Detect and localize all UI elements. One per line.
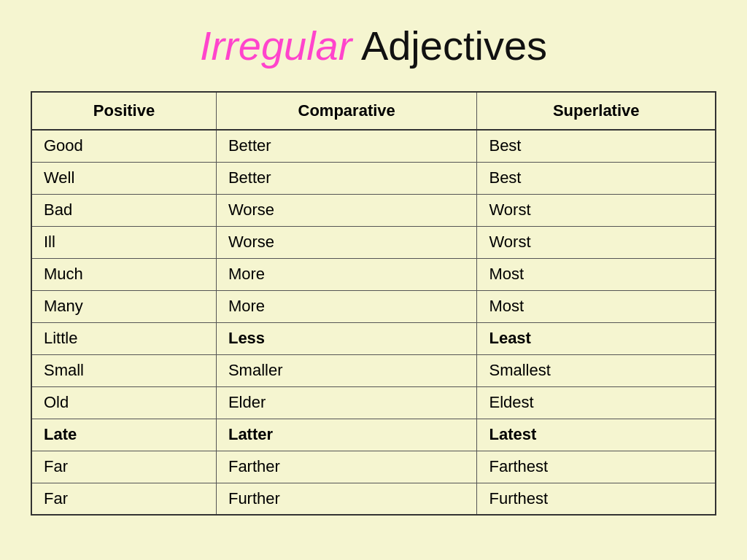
- cell-superlative: Latest: [477, 419, 716, 451]
- table-body: GoodBetterBestWellBetterBestBadWorseWors…: [31, 130, 716, 515]
- cell-positive: Bad: [31, 194, 216, 226]
- cell-superlative: Most: [477, 258, 716, 290]
- cell-superlative: Worst: [477, 194, 716, 226]
- table-row: FarFurtherFurthest: [31, 483, 716, 515]
- table-row: MuchMoreMost: [31, 258, 716, 290]
- header-positive: Positive: [31, 92, 216, 130]
- cell-comparative: More: [216, 290, 477, 322]
- header-comparative: Comparative: [216, 92, 477, 130]
- table-row: OldElderEldest: [31, 386, 716, 419]
- cell-positive: Much: [31, 258, 216, 290]
- cell-positive: Far: [31, 451, 216, 483]
- cell-positive: Small: [31, 354, 216, 386]
- cell-positive: Far: [31, 483, 216, 515]
- cell-comparative: Better: [216, 162, 477, 194]
- cell-positive: Late: [31, 419, 216, 451]
- table-row: GoodBetterBest: [31, 130, 716, 162]
- cell-comparative: Latter: [216, 419, 477, 451]
- cell-comparative: Smaller: [216, 354, 477, 386]
- table-row: SmallSmallerSmallest: [31, 354, 716, 386]
- title-adjectives: Adjectives: [352, 23, 547, 69]
- header-superlative: Superlative: [477, 92, 716, 130]
- cell-positive: Little: [31, 322, 216, 354]
- table-row: LittleLessLeast: [31, 322, 716, 354]
- title-irregular: Irregular: [200, 23, 352, 69]
- cell-comparative: Further: [216, 483, 477, 515]
- table-row: FarFartherFarthest: [31, 451, 716, 483]
- cell-positive: Good: [31, 130, 216, 162]
- cell-superlative: Furthest: [477, 483, 716, 515]
- table-row: BadWorseWorst: [31, 194, 716, 226]
- table-row: IllWorseWorst: [31, 226, 716, 258]
- cell-positive: Well: [31, 162, 216, 194]
- cell-comparative: Worse: [216, 226, 477, 258]
- page-title: Irregular Adjectives: [200, 22, 547, 69]
- cell-comparative: Farther: [216, 451, 477, 483]
- cell-superlative: Eldest: [477, 386, 716, 419]
- cell-comparative: Less: [216, 322, 477, 354]
- table-header: Positive Comparative Superlative: [31, 92, 716, 130]
- cell-superlative: Best: [477, 130, 716, 162]
- cell-superlative: Farthest: [477, 451, 716, 483]
- cell-positive: Ill: [31, 226, 216, 258]
- cell-superlative: Best: [477, 162, 716, 194]
- table-row: WellBetterBest: [31, 162, 716, 194]
- cell-superlative: Most: [477, 290, 716, 322]
- cell-superlative: Worst: [477, 226, 716, 258]
- table-row: ManyMoreMost: [31, 290, 716, 322]
- cell-superlative: Least: [477, 322, 716, 354]
- cell-comparative: Worse: [216, 194, 477, 226]
- cell-comparative: More: [216, 258, 477, 290]
- cell-comparative: Elder: [216, 386, 477, 419]
- cell-positive: Many: [31, 290, 216, 322]
- cell-positive: Old: [31, 386, 216, 419]
- adjectives-table: Positive Comparative Superlative GoodBet…: [31, 91, 716, 516]
- cell-comparative: Better: [216, 130, 477, 162]
- cell-superlative: Smallest: [477, 354, 716, 386]
- table-row: LateLatterLatest: [31, 419, 716, 451]
